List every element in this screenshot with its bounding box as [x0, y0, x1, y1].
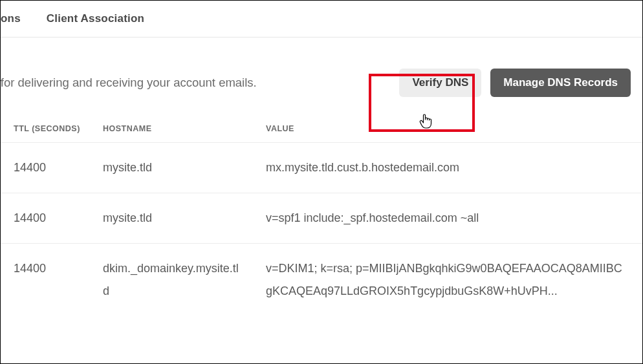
col-header-hostname: HOSTNAME: [103, 124, 266, 133]
cell-value: v=spf1 include:_spf.hostedemail.com ~all: [266, 207, 631, 230]
dns-records-table: TTL (SECONDS) HOSTNAME VALUE 14400 mysit…: [1, 103, 642, 316]
tab-client-association[interactable]: Client Association: [34, 12, 157, 25]
verify-dns-button[interactable]: Verify DNS: [399, 69, 481, 97]
table-header: TTL (SECONDS) HOSTNAME VALUE: [1, 103, 642, 142]
manage-dns-records-button[interactable]: Manage DNS Records: [490, 69, 631, 97]
cell-value: v=DKIM1; k=rsa; p=MIIBIjANBgkqhkiG9w0BAQ…: [266, 257, 631, 303]
table-row: 14400 mysite.tld v=spf1 include:_spf.hos…: [1, 193, 642, 243]
col-header-ttl: TTL (SECONDS): [14, 124, 103, 133]
cell-ttl: 14400: [14, 156, 103, 179]
cell-hostname: mysite.tld: [103, 207, 266, 230]
cell-value: mx.mysite.tld.cust.b.hostedemail.com: [266, 156, 631, 179]
cell-ttl: 14400: [14, 207, 103, 230]
tabs-bar: ons Client Association: [0, 1, 642, 37]
table-row: 14400 mysite.tld mx.mysite.tld.cust.b.ho…: [1, 142, 642, 193]
cell-hostname: mysite.tld: [103, 156, 266, 179]
table-row: 14400 dkim._domainkey.mysite.tld v=DKIM1…: [1, 243, 642, 316]
col-header-value: VALUE: [266, 124, 642, 133]
description-text: ble for delivering and receiving your ac…: [0, 76, 257, 90]
tab-partial[interactable]: ons: [0, 12, 34, 25]
button-group: Verify DNS Manage DNS Records: [399, 69, 631, 97]
description-row: ble for delivering and receiving your ac…: [1, 37, 642, 103]
cell-ttl: 14400: [14, 257, 103, 280]
cell-hostname: dkim._domainkey.mysite.tld: [103, 257, 266, 303]
